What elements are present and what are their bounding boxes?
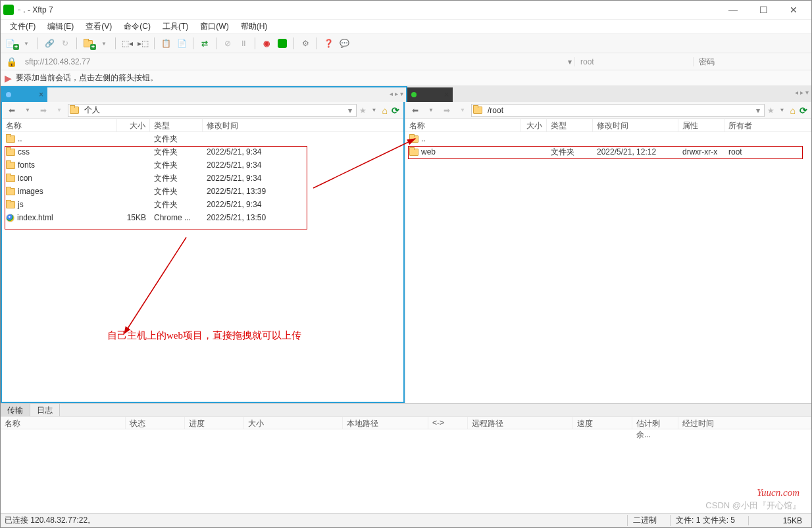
help-button[interactable]: ❓ xyxy=(321,36,336,51)
file-row[interactable]: js文件夹2022/5/21, 9:34 xyxy=(2,198,403,211)
tab-log[interactable]: 日志 xyxy=(30,404,60,416)
green-icon[interactable] xyxy=(275,36,290,51)
close-icon[interactable]: × xyxy=(39,90,43,99)
local-path-box[interactable]: ▾ xyxy=(68,104,357,117)
chat-button[interactable]: 💬 xyxy=(337,36,351,51)
xcol-name[interactable]: 名称 xyxy=(1,417,126,429)
refresh-button[interactable]: ⟳ xyxy=(798,105,809,116)
menu-command[interactable]: 命令(C) xyxy=(118,20,156,34)
file-name: images xyxy=(18,187,43,196)
path-dropdown[interactable]: ▾ xyxy=(753,106,763,115)
file-row[interactable]: ..文件夹 xyxy=(2,132,403,145)
new-folder-dd[interactable]: ▼ xyxy=(97,36,111,51)
settings-button[interactable]: ⚙ xyxy=(298,36,313,51)
forward-button[interactable]: ➡ xyxy=(36,104,51,117)
sync-right-button[interactable]: ▸⬚ xyxy=(136,36,150,51)
xcol-dir[interactable]: <-> xyxy=(428,417,468,429)
menu-view[interactable]: 查看(V) xyxy=(80,20,117,34)
folder-icon xyxy=(6,201,15,208)
sync-left-button[interactable]: ⬚◂ xyxy=(120,36,134,51)
menu-edit[interactable]: 编辑(E) xyxy=(42,20,79,34)
file-row[interactable]: images文件夹2022/5/21, 13:39 xyxy=(2,185,403,198)
address-input[interactable] xyxy=(22,56,565,68)
forward-dd[interactable]: ▼ xyxy=(52,104,66,117)
file-row[interactable]: .. xyxy=(405,132,811,145)
xcol-status[interactable]: 状态 xyxy=(126,417,185,429)
remote-file-list[interactable]: ..web文件夹2022/5/21, 12:12drwxr-xr-xroot xyxy=(405,132,811,403)
file-row[interactable]: css文件夹2022/5/21, 9:34 xyxy=(2,145,403,158)
new-session-dd[interactable]: ▼ xyxy=(19,36,34,51)
file-row[interactable]: index.html15KBChrome ...2022/5/21, 13:50 xyxy=(2,211,403,224)
file-row[interactable]: icon文件夹2022/5/21, 9:34 xyxy=(2,172,403,185)
new-session-button[interactable]: 📄+ xyxy=(3,36,18,51)
local-file-list[interactable]: ..文件夹css文件夹2022/5/21, 9:34fonts文件夹2022/5… xyxy=(2,132,403,402)
close-icon[interactable]: × xyxy=(444,90,449,99)
col-type[interactable]: 类型 xyxy=(150,119,203,132)
menu-window[interactable]: 窗口(W) xyxy=(195,20,234,34)
forward-button[interactable]: ➡ xyxy=(440,104,454,117)
xcol-size[interactable]: 大小 xyxy=(244,417,343,429)
col-mod[interactable]: 修改时间 xyxy=(203,119,403,132)
copy-button[interactable]: 📋 xyxy=(159,36,173,51)
remote-tab[interactable]: × xyxy=(407,87,453,102)
maximize-button[interactable]: ☐ xyxy=(748,1,778,19)
col-own[interactable]: 所有者 xyxy=(724,119,811,132)
xcol-remote[interactable]: 远程路径 xyxy=(468,417,573,429)
remote-pane: ⬅ ▼ ➡ ▼ ▾ ★▼ ⌂ ⟳ 名称 大小 类型 修改时间 属性 所有者 ..… xyxy=(405,102,811,403)
cell-mod: 2022/5/21, 9:34 xyxy=(203,147,403,156)
pause-button[interactable]: ⏸ xyxy=(236,36,251,51)
back-button[interactable]: ⬅ xyxy=(408,104,422,117)
local-tab[interactable]: × xyxy=(2,87,47,102)
col-mod[interactable]: 修改时间 xyxy=(593,119,678,132)
xcol-local[interactable]: 本地路径 xyxy=(343,417,428,429)
bookmark-button[interactable]: ★ xyxy=(358,106,368,115)
tab-nav[interactable]: ◂ ▸ ▾ xyxy=(795,89,809,96)
path-dropdown[interactable]: ▾ xyxy=(345,106,355,115)
local-path-input[interactable] xyxy=(82,106,345,115)
remote-path-input[interactable] xyxy=(485,106,753,115)
reconnect-button[interactable]: ↻ xyxy=(58,36,72,51)
hint-text: 要添加当前会话，点击左侧的箭头按钮。 xyxy=(16,72,158,84)
file-row[interactable]: fonts文件夹2022/5/21, 9:34 xyxy=(2,158,403,172)
menu-help[interactable]: 帮助(H) xyxy=(236,20,273,34)
col-attr[interactable]: 属性 xyxy=(678,119,724,132)
menu-tools[interactable]: 工具(T) xyxy=(157,20,193,34)
password-input[interactable] xyxy=(699,57,806,66)
tab-transfer[interactable]: 传输 xyxy=(1,404,30,416)
col-size[interactable]: 大小 xyxy=(520,119,547,132)
remote-path-box[interactable]: ▾ xyxy=(471,104,765,117)
back-dd[interactable]: ▼ xyxy=(424,104,438,117)
menu-file[interactable]: 文件(F) xyxy=(5,20,41,34)
transfer-list[interactable] xyxy=(1,429,811,468)
back-button[interactable]: ⬅ xyxy=(5,104,19,117)
new-folder-button[interactable]: + xyxy=(81,36,95,51)
home-button[interactable]: ⌂ xyxy=(381,105,389,116)
refresh-button[interactable]: ⟳ xyxy=(390,105,401,116)
xcol-progress[interactable]: 进度 xyxy=(185,417,244,429)
bookmark-dd[interactable]: ▼ xyxy=(777,107,788,113)
tab-nav[interactable]: ◂ ▸ ▾ xyxy=(390,90,403,97)
back-dd[interactable]: ▼ xyxy=(20,104,35,117)
paste-button[interactable]: 📄 xyxy=(174,36,189,51)
xcol-elapsed[interactable]: 经过时间 xyxy=(678,417,811,429)
xcol-speed[interactable]: 速度 xyxy=(573,417,632,429)
col-type[interactable]: 类型 xyxy=(547,119,593,132)
username-input[interactable] xyxy=(580,57,688,66)
minimize-button[interactable]: — xyxy=(718,1,748,19)
red-icon[interactable]: ◉ xyxy=(259,36,274,51)
bookmark-button[interactable]: ★ xyxy=(766,106,776,115)
col-name[interactable]: 名称 xyxy=(2,119,117,132)
forward-dd[interactable]: ▼ xyxy=(455,104,470,117)
close-button[interactable]: ✕ xyxy=(778,1,809,19)
link-button[interactable]: 🔗 xyxy=(42,36,57,51)
file-row[interactable]: web文件夹2022/5/21, 12:12drwxr-xr-xroot xyxy=(405,145,811,158)
col-size[interactable]: 大小 xyxy=(117,119,150,132)
col-name[interactable]: 名称 xyxy=(405,119,520,132)
home-button[interactable]: ⌂ xyxy=(789,105,797,116)
xcol-eta[interactable]: 估计剩余... xyxy=(632,417,678,429)
transfer-button[interactable]: ⇄ xyxy=(197,36,212,51)
hint-bar: ▶ 要添加当前会话，点击左侧的箭头按钮。 xyxy=(1,70,811,86)
cancel-button[interactable]: ⊘ xyxy=(220,36,235,51)
bookmark-dd[interactable]: ▼ xyxy=(369,107,380,113)
address-dropdown[interactable]: ▾ xyxy=(565,57,574,66)
